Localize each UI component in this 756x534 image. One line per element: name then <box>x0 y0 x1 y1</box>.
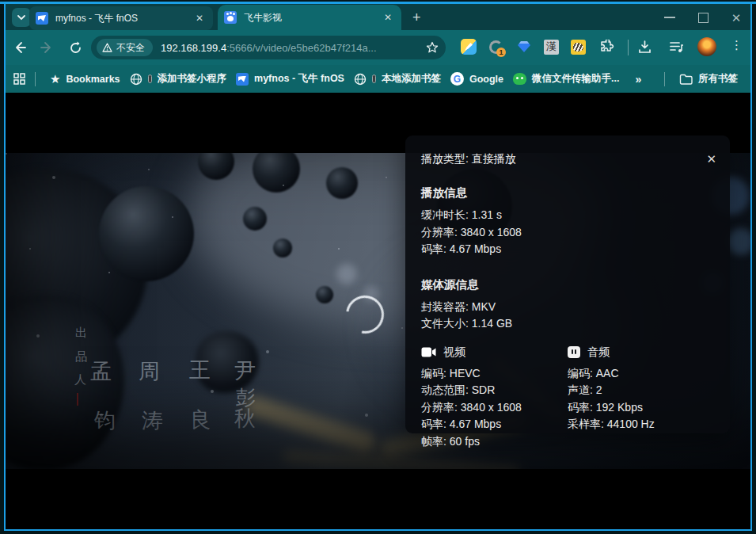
back-button[interactable] <box>12 40 28 55</box>
bookmark-all-bookmarks[interactable]: 所有书签 <box>674 70 743 88</box>
google-icon: G <box>450 72 464 86</box>
media-source-title: 媒体源信息 <box>421 277 714 292</box>
pin-icon <box>148 74 152 83</box>
window-accent-right <box>750 4 752 529</box>
bookmark-google[interactable]: G Google <box>446 70 508 88</box>
audio-stream-row: 声道: 2 <box>568 382 714 399</box>
url-text: 192.168.199.4:5666/v/video/e5be62b47f214… <box>161 42 426 54</box>
new-tab-button[interactable]: + <box>409 10 424 25</box>
security-label: 不安全 <box>116 41 145 55</box>
profile-avatar[interactable] <box>697 37 716 56</box>
video-stream-row: 帧率: 60 fps <box>421 433 568 451</box>
bookmarks-bar: ★ Bookmarks 添加书签小程序 myfnos - 飞牛 fnOS 本地添… <box>6 65 750 93</box>
bookmarks-overflow-chevron[interactable]: » <box>635 73 641 86</box>
playback-info-row: 码率: 4.67 Mbps <box>421 241 714 258</box>
window-controls: ✕ <box>663 9 743 26</box>
window-close-button[interactable]: ✕ <box>730 11 743 24</box>
audio-stream-column: 音频 编码: AAC 声道: 2 码率: 192 Kbps 采样率: 44100… <box>568 345 714 451</box>
audio-stream-row: 采样率: 44100 Hz <box>568 416 714 433</box>
browser-menu-button[interactable]: ⋮ <box>731 38 743 52</box>
extension-badge: 1 <box>496 48 506 57</box>
extension-gem-icon[interactable] <box>515 38 533 55</box>
url-host: 192.168.199.4 <box>161 42 226 54</box>
playback-type-line: 播放类型: 直接播放 <box>421 151 714 166</box>
bookmark-wechat-transfer[interactable]: 微信文件传输助手... <box>508 70 624 88</box>
playback-info-row: 分辨率: 3840 x 1608 <box>421 224 714 242</box>
bookmark-bookmarks-folder[interactable]: ★ Bookmarks <box>45 71 125 87</box>
media-source-row: 封装容器: MKV <box>421 299 714 316</box>
media-source-row: 文件大小: 1.14 GB <box>421 315 714 333</box>
pin-icon <box>372 74 376 83</box>
window-accent-bottom <box>4 529 752 531</box>
audio-stream-row: 码率: 192 Kbps <box>568 399 714 417</box>
bookmark-myfnos[interactable]: myfnos - 飞牛 fnOS <box>231 70 349 88</box>
fnos-favicon <box>36 12 48 25</box>
downloads-button[interactable] <box>636 38 653 55</box>
wechat-icon <box>513 73 526 85</box>
browser-toolbar: 不安全 192.168.199.4:5666/v/video/e5be62b47… <box>6 30 750 65</box>
extension-translate-icon[interactable]: 漢 <box>542 38 560 55</box>
video-stream-row: 分辨率: 3840 x 1608 <box>421 399 568 417</box>
video-stream-title: 视频 <box>443 345 465 360</box>
maximize-button[interactable] <box>697 11 709 24</box>
tab-feiniu-video[interactable]: 飞牛影视 ✕ <box>218 5 401 30</box>
tab-close-icon[interactable]: ✕ <box>192 12 207 25</box>
forward-button[interactable] <box>39 40 55 55</box>
globe-icon <box>130 73 142 86</box>
audio-icon <box>568 346 580 358</box>
bookmark-local-add[interactable]: 本地添加书签 <box>349 70 446 88</box>
fnos-favicon <box>236 73 249 86</box>
playback-info-title: 播放信息 <box>421 185 714 200</box>
star-icon: ★ <box>50 73 60 85</box>
extensions-puzzle-icon[interactable] <box>598 38 615 55</box>
bookmark-add-applet[interactable]: 添加书签小程序 <box>125 70 232 88</box>
warning-icon <box>102 43 112 52</box>
media-playlist-button[interactable] <box>667 38 685 55</box>
globe-icon <box>354 73 367 86</box>
feiniu-video-favicon <box>224 11 237 24</box>
playback-info-row: 缓冲时长: 1.31 s <box>421 207 714 224</box>
audio-stream-row: 编码: AAC <box>568 365 714 383</box>
tab-title: 飞牛影视 <box>244 11 381 25</box>
reload-button[interactable] <box>67 40 83 55</box>
security-chip[interactable]: 不安全 <box>97 39 153 56</box>
video-stream-column: 视频 编码: HEVC 动态范围: SDR 分辨率: 3840 x 1608 码… <box>421 345 568 451</box>
tab-strip: myfnos - 飞牛 fnOS ✕ 飞牛影视 ✕ + ✕ <box>6 4 750 30</box>
audio-stream-title: 音频 <box>587 345 610 360</box>
tab-title: myfnos - 飞牛 fnOS <box>55 12 192 25</box>
video-stream-row: 编码: HEVC <box>421 365 568 383</box>
extension-onetab-icon[interactable]: 1 <box>487 38 504 55</box>
video-camera-icon <box>421 347 436 357</box>
address-bar[interactable]: 不安全 192.168.199.4:5666/v/video/e5be62b47… <box>91 36 446 59</box>
tab-myfnos[interactable]: myfnos - 飞牛 fnOS ✕ <box>29 6 213 30</box>
bookmark-star-icon[interactable] <box>426 41 439 54</box>
video-stream-row: 动态范围: SDR <box>421 382 568 399</box>
folder-icon <box>679 74 693 85</box>
minimize-button[interactable] <box>663 11 676 24</box>
bookmarks-separator <box>35 72 36 86</box>
url-path: :5666/v/video/e5be62b47f214a... <box>226 42 376 54</box>
video-stream-row: 码率: 4.67 Mbps <box>421 416 568 433</box>
panel-close-icon[interactable]: ✕ <box>706 153 716 165</box>
playback-info-panel: ✕ 播放类型: 直接播放 播放信息 缓冲时长: 1.31 s 分辨率: 3840… <box>405 135 730 433</box>
tab-close-icon[interactable]: ✕ <box>381 11 395 24</box>
extension-notes-icon[interactable] <box>460 38 477 55</box>
tab-search-button[interactable] <box>12 8 31 27</box>
extension-zebra-icon[interactable] <box>569 38 587 55</box>
apps-grid-icon[interactable] <box>13 73 25 85</box>
bookmarks-separator <box>664 72 665 86</box>
toolbar-separator <box>628 40 629 55</box>
